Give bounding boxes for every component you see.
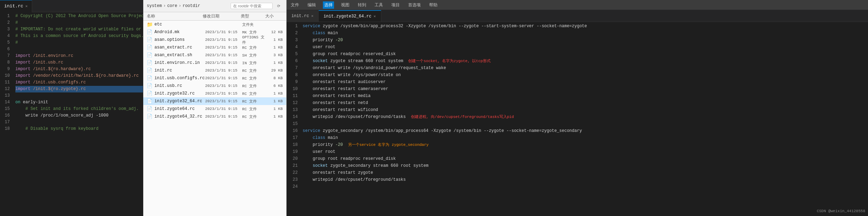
list-item[interactable]: 📄 init.environ.rc.in 2023/1/31 9:15 IN 文…	[143, 59, 286, 67]
list-item[interactable]: 📄 init.zygote64.rc 2023/1/31 9:15 RC 文件 …	[143, 105, 286, 113]
menu-tools[interactable]: 工具	[373, 1, 384, 9]
file-icon: 📄	[147, 37, 153, 43]
file-name: etc	[154, 22, 205, 27]
code-line: # Disable sysrq from keyboard	[15, 126, 143, 132]
code-line: import /init.environ.rc	[15, 53, 143, 59]
file-name: asan_extract.sh	[154, 53, 205, 58]
file-name: Android.mk	[154, 30, 205, 35]
list-item[interactable]: 📁 etc 文件夹	[143, 21, 286, 28]
code-line: writepid /dev/cpuset/foreground/tasks 创建…	[303, 113, 868, 120]
file-icon: 📄	[147, 45, 153, 50]
code-line: #	[15, 39, 143, 46]
file-icon: 📄	[147, 114, 153, 119]
breadcrumb-rootdir[interactable]: rootdir	[182, 3, 200, 8]
right-tab-bar: init.rc ✕ init.zygote32_64.rc ✕	[287, 10, 868, 22]
right-tab-close[interactable]: ✕	[311, 14, 313, 18]
file-type: RC 文件	[242, 83, 266, 89]
list-item[interactable]: 📄 init.usb.configfs.rc 2023/1/31 9:15 RC…	[143, 74, 286, 82]
file-date: 2023/1/31 9:15	[205, 30, 242, 34]
list-item[interactable]: 📄 asan_extract.sh 2023/1/31 9:15 SH 文件 3…	[143, 51, 286, 59]
refresh-button[interactable]: ⟳	[275, 3, 283, 9]
code-line	[15, 92, 143, 99]
list-item[interactable]: 📄 init.rc 2023/1/31 9:15 RC 文件 29 KB	[143, 67, 286, 74]
file-name: init.zygote32_64.rc	[154, 99, 205, 104]
menu-goto[interactable]: 转到	[356, 1, 368, 9]
left-tab-init-rc[interactable]: init.rc ✕	[0, 0, 32, 12]
file-type: SH 文件	[242, 53, 266, 58]
col-header-type: 类型	[241, 13, 265, 19]
code-line: onrestart restart cameraserver	[303, 85, 868, 92]
file-date: 2023/1/31 9:15	[205, 99, 242, 103]
file-type: OPTIONS 文件	[242, 35, 266, 45]
right-tab-label-initrc: init.rc	[291, 14, 309, 18]
menu-edit[interactable]: 编辑	[306, 1, 317, 9]
breadcrumb-system[interactable]: system	[147, 3, 162, 8]
code-line: # IMPORTANT: Do not create world writabl…	[15, 26, 143, 33]
breadcrumb-sep: ›	[179, 3, 181, 8]
file-icon: 📄	[147, 75, 153, 81]
code-line	[15, 46, 143, 53]
menu-project[interactable]: 项目	[390, 1, 401, 9]
search-input[interactable]	[231, 3, 273, 9]
menu-preferences[interactable]: 首选项	[407, 1, 422, 9]
col-header-date: 修改日期	[203, 13, 241, 19]
breadcrumb-sep: ›	[163, 3, 166, 8]
file-type: RC 文件	[242, 45, 266, 50]
file-date: 2023/1/31 9:15	[205, 45, 242, 50]
code-line: onrestart restart netd	[303, 99, 868, 106]
code-line	[303, 183, 868, 190]
left-tab-close[interactable]: ✕	[26, 4, 28, 8]
file-size: 1 KB	[266, 107, 283, 111]
menu-help[interactable]: 帮助	[428, 1, 439, 9]
list-item[interactable]: 📄 init.zygote32.rc 2023/1/31 9:15 RC 文件 …	[143, 90, 286, 97]
file-type: 文件夹	[242, 22, 266, 27]
file-type: RC 文件	[242, 114, 266, 119]
file-size: 8 KB	[266, 76, 283, 80]
file-type: RC 文件	[242, 99, 266, 104]
file-size: 1 KB	[266, 114, 283, 119]
right-editor-area: 12345 678910 1112131415 1617181920 21222…	[287, 22, 868, 216]
left-editor-panel: init.rc ✕ 12345 678910 1112131415 161718…	[0, 0, 143, 216]
code-line: priority -20 另一个service 名字为 zygote_secon…	[303, 141, 868, 148]
menu-file[interactable]: 文件	[289, 1, 301, 9]
file-date: 2023/1/31 9:15	[205, 107, 242, 111]
right-line-numbers: 12345 678910 1112131415 1617181920 21222…	[287, 22, 301, 216]
explorer-toolbar: ⟳	[231, 3, 283, 9]
code-line: user root	[303, 44, 868, 51]
file-size: 1 KB	[266, 99, 283, 103]
file-icon: 📄	[147, 83, 153, 89]
list-item[interactable]: 📄 asan.options 2023/1/31 9:15 OPTIONS 文件…	[143, 36, 286, 44]
file-date: 2023/1/31 9:15	[205, 53, 242, 57]
file-size: 1 KB	[266, 61, 283, 65]
code-line	[303, 120, 868, 127]
file-name: init.environ.rc.in	[154, 60, 205, 65]
code-line: # Set init and its forked children's oom…	[15, 106, 143, 112]
right-tab-init-rc[interactable]: init.rc ✕	[287, 10, 319, 22]
list-item-selected[interactable]: 📄 init.zygote32_64.rc 2023/1/31 9:15 RC …	[143, 97, 286, 105]
right-tab-zygote[interactable]: init.zygote32_64.rc ✕	[319, 10, 381, 22]
file-type: RC 文件	[242, 68, 266, 73]
left-editor-area: 12345 678910 1112131415 161718 # Copyrig…	[0, 12, 143, 216]
menu-view[interactable]: 视图	[340, 1, 351, 9]
file-type: MK 文件	[242, 30, 266, 35]
csdn-watermark: CSDN @weixin_44128558	[817, 209, 865, 213]
list-item[interactable]: 📄 init.usb.rc 2023/1/31 9:15 RC 文件 6 KB	[143, 82, 286, 90]
file-size: 1 KB	[266, 38, 283, 42]
file-icon: 📄	[147, 29, 153, 35]
code-line: on early-init	[15, 99, 143, 106]
menu-selection[interactable]: 选择	[323, 1, 334, 9]
file-date: 2023/1/31 9:15	[205, 76, 242, 80]
right-tab-label-zygote: init.zygote32_64.rc	[324, 14, 371, 19]
code-line: import /init.${ro.hardware}.rc	[15, 66, 143, 73]
code-line: group root readproc reserved_disk	[303, 51, 868, 58]
right-tab-close-active[interactable]: ✕	[374, 14, 376, 18]
list-item[interactable]: 📄 init.zygote64_32.rc 2023/1/31 9:15 RC …	[143, 113, 286, 120]
code-line: # Copyright (C) 2012 The Android Open So…	[15, 13, 143, 20]
file-size: 3 KB	[266, 53, 283, 57]
list-item[interactable]: 📄 asan_extract.rc 2023/1/31 9:15 RC 文件 1…	[143, 44, 286, 51]
file-name: init.zygote32.rc	[154, 91, 205, 96]
code-line: onrestart restart media	[303, 92, 868, 99]
file-date: 2023/1/31 9:15	[205, 91, 242, 96]
code-line: service zygote /system/bin/app_process32…	[303, 23, 868, 30]
breadcrumb-core[interactable]: core	[167, 3, 177, 8]
